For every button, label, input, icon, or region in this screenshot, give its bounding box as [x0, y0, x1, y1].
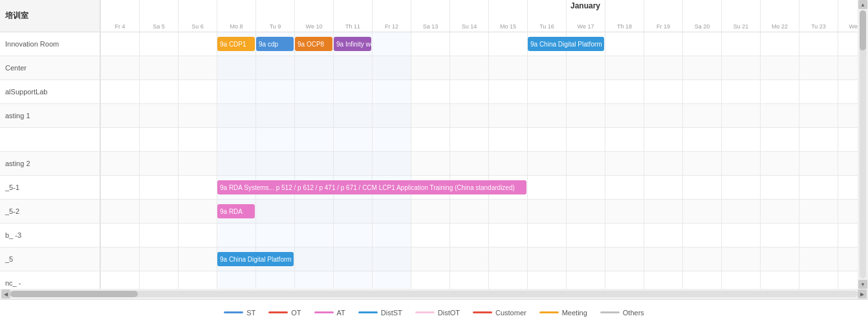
scrollbar-row[interactable]: ◀ ▶	[0, 289, 868, 299]
grid-cell	[566, 104, 605, 128]
grid-cell	[100, 56, 139, 80]
grid-cell	[838, 247, 858, 271]
calendar-container: 培训室 Innovation RoomCenteralSupportLabast…	[0, 0, 868, 325]
scroll-up-arrow[interactable]: ▲	[858, 0, 867, 9]
scroll-right-arrow[interactable]: ▶	[858, 289, 867, 299]
grid-cell	[760, 247, 799, 271]
day-name: Su 21	[733, 23, 749, 30]
legend-item: Others	[600, 309, 644, 317]
grid-cell	[799, 271, 838, 289]
grid-cell	[333, 104, 372, 128]
grid-cell	[799, 200, 838, 224]
legend-label: DistST	[381, 309, 402, 317]
grid-row: 9a China Digital Platform S	[100, 247, 858, 271]
scroll-down-arrow[interactable]: ▼	[858, 280, 867, 289]
grid-cell	[411, 247, 450, 271]
scroll-left-arrow[interactable]: ◀	[1, 289, 10, 299]
day-name: Mo 15	[500, 23, 516, 30]
grid-cell	[294, 56, 333, 80]
legend-item: DistOT	[415, 309, 460, 317]
legend-label: Customer	[495, 309, 526, 317]
day-name: Tu 16	[539, 23, 554, 30]
grid-cell	[566, 200, 605, 224]
grid-cell	[178, 56, 217, 80]
right-scrollbar[interactable]: ▲ ▼	[858, 0, 868, 289]
event-bar[interactable]: 9a China Digital Platform S	[217, 252, 294, 266]
grid-cell	[760, 80, 799, 104]
grid-cell	[333, 200, 372, 224]
grid-cell	[255, 271, 294, 289]
grid-cell	[294, 128, 333, 152]
event-bar[interactable]: 9a cdp	[256, 37, 294, 51]
vscroll-thumb[interactable]	[860, 10, 866, 50]
day-name: Fr 19	[656, 23, 670, 30]
legend-item: Meeting	[539, 309, 587, 317]
grid-cell	[100, 32, 139, 56]
grid-cell	[721, 176, 760, 200]
day-name: Fr 4	[114, 23, 125, 30]
grid-cell	[644, 80, 682, 104]
grid-cell	[100, 152, 139, 176]
grid-area[interactable]: January Fr 4Sa 5Su 6Mo 8Tu 9We 10Th 11Fr…	[100, 0, 858, 289]
room-label: 培训室	[5, 10, 28, 21]
grid-cell	[139, 247, 178, 271]
grid-cell	[100, 224, 139, 247]
grid-cell	[139, 271, 178, 289]
grid-cell	[566, 80, 605, 104]
grid-cell	[139, 128, 178, 152]
day-name: Th 18	[617, 23, 632, 30]
grid-row	[100, 271, 858, 289]
grid-cell	[760, 104, 799, 128]
event-bar[interactable]: 9a China Digital Platform S	[528, 37, 604, 51]
day-name: Tu 23	[811, 23, 826, 30]
grid-cell	[682, 200, 721, 224]
grid-cell	[100, 200, 139, 224]
grid-cell	[333, 80, 372, 104]
grid-row: 9a CDP19a cdp9a OCP89a Infinity worksh9a…	[100, 32, 858, 56]
grid-cell	[294, 152, 333, 176]
grid-cell	[411, 271, 450, 289]
room-cell	[0, 128, 100, 152]
room-cells: Innovation RoomCenteralSupportLabasting …	[0, 32, 100, 289]
grid-cell	[139, 104, 178, 128]
vscroll-track[interactable]	[860, 10, 866, 278]
grid-cell	[139, 32, 178, 56]
grid-cell	[488, 224, 527, 247]
grid-cell	[411, 104, 450, 128]
grid-row: 9a INF	[100, 80, 858, 104]
grid-cell	[760, 271, 799, 289]
grid-cell	[721, 104, 760, 128]
event-bar[interactable]: 9a CDP1	[217, 37, 255, 51]
grid-cell	[372, 152, 411, 176]
event-bar[interactable]: 9a OCP8	[295, 37, 332, 51]
event-bar[interactable]: 9a Infinity worksh	[334, 37, 371, 51]
grid-cell	[178, 271, 217, 289]
grid-cell	[333, 152, 372, 176]
grid-cell	[372, 80, 411, 104]
grid-cell	[527, 176, 566, 200]
grid-cell	[100, 247, 139, 271]
grid-cell	[682, 152, 721, 176]
day-name: We 17	[578, 23, 594, 30]
grid-cell	[566, 56, 605, 80]
grid-cell	[488, 200, 527, 224]
scrollbar-track[interactable]	[10, 291, 858, 297]
grid-cell	[566, 247, 605, 271]
grid-cell	[721, 224, 760, 247]
day-name: Tu 9	[270, 23, 281, 30]
grid-cell	[255, 80, 294, 104]
grid-cell	[799, 247, 838, 271]
event-bar[interactable]: 9a RDA Systems... p 512 / p 612 / p 471 …	[217, 180, 526, 194]
grid-cell	[527, 80, 566, 104]
grid-cell	[217, 224, 255, 247]
scrollbar-thumb[interactable]	[10, 291, 138, 297]
grid-cell	[721, 56, 760, 80]
grid-cell	[605, 271, 644, 289]
grid-cell	[488, 152, 527, 176]
grid-cell	[450, 247, 488, 271]
grid-cell	[139, 224, 178, 247]
grid-cell	[217, 104, 255, 128]
grid-cell	[838, 271, 858, 289]
room-cell: _5-1	[0, 176, 100, 200]
event-bar[interactable]: 9a RDA	[217, 204, 255, 218]
